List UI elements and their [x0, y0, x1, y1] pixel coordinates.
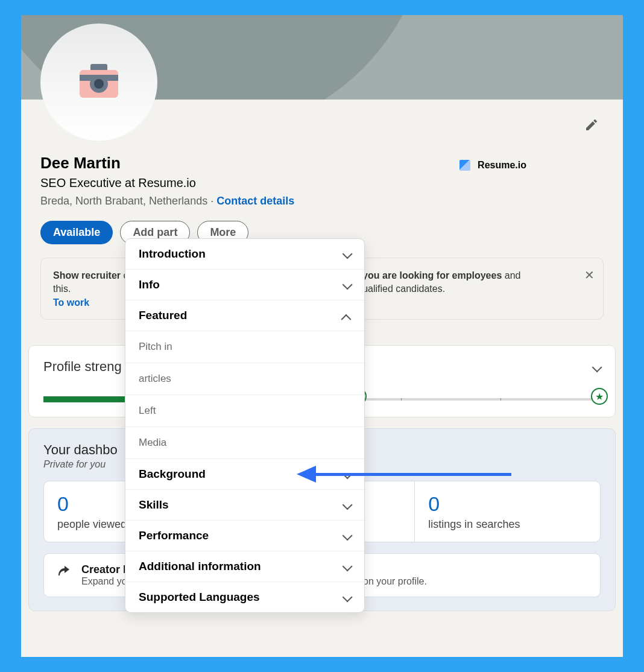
dropdown-label: Performance [139, 529, 209, 542]
star-marker-icon [591, 388, 608, 405]
company-logo-icon [459, 160, 470, 171]
chevron-down-icon [343, 533, 351, 538]
chevron-down-icon [343, 595, 351, 600]
company-chip[interactable]: Resume.io [459, 160, 526, 171]
dropdown-label: Supported Languages [139, 591, 260, 604]
profile-headline: SEO Executive at Resume.io [40, 176, 604, 190]
dropdown-section-info[interactable]: Info [125, 270, 364, 300]
dropdown-subitem-left[interactable]: Left [125, 395, 364, 427]
camera-icon [80, 70, 118, 98]
profile-location-line: Breda, North Brabant, Netherlands · Cont… [40, 195, 604, 208]
add-section-dropdown[interactable]: IntroductionInfoFeaturedPitch inarticles… [125, 238, 365, 613]
dropdown-subitem-media[interactable]: Media [125, 427, 364, 459]
dropdown-section-introduction[interactable]: Introduction [125, 239, 364, 270]
dropdown-section-featured[interactable]: Featured [125, 300, 364, 331]
chevron-up-icon [343, 313, 351, 318]
dropdown-section-background[interactable]: Background [125, 459, 364, 490]
chevron-down-icon [343, 472, 351, 477]
dropdown-section-additional-information[interactable]: Additional information [125, 551, 364, 582]
stat-search-appearances[interactable]: 0 listings in searches [415, 481, 600, 542]
chevron-down-icon [343, 282, 351, 287]
dropdown-section-supported-languages[interactable]: Supported Languages [125, 582, 364, 612]
dropdown-label: Background [139, 468, 206, 481]
chevron-down-icon [343, 252, 351, 256]
card-left-bold: Show recruiter [53, 270, 121, 281]
dropdown-label: Introduction [139, 247, 206, 261]
dropdown-section-skills[interactable]: Skills [125, 490, 364, 521]
profile-strength-title: Profile streng [43, 359, 122, 374]
dropdown-label: Skills [139, 498, 169, 512]
to-work-link[interactable]: To work [53, 297, 89, 308]
chevron-down-icon[interactable] [592, 361, 601, 372]
dropdown-label: Info [139, 278, 160, 291]
company-name: Resume.io [478, 160, 526, 171]
broadcast-icon [57, 565, 73, 582]
dropdown-subitem-pitch-in[interactable]: Pitch in [125, 331, 364, 363]
profile-location: Breda, North Brabant, Netherlands [40, 195, 207, 207]
available-button[interactable]: Available [40, 221, 113, 244]
dropdown-subitem-articles[interactable]: articles [125, 363, 364, 395]
dropdown-label: Featured [139, 309, 187, 322]
contact-details-link[interactable]: Contact details [216, 195, 294, 207]
dropdown-label: Additional information [139, 560, 261, 573]
chevron-down-icon [343, 502, 351, 507]
chevron-down-icon [343, 564, 351, 569]
dropdown-section-performance[interactable]: Performance [125, 521, 364, 551]
close-icon[interactable]: ✕ [584, 268, 595, 282]
